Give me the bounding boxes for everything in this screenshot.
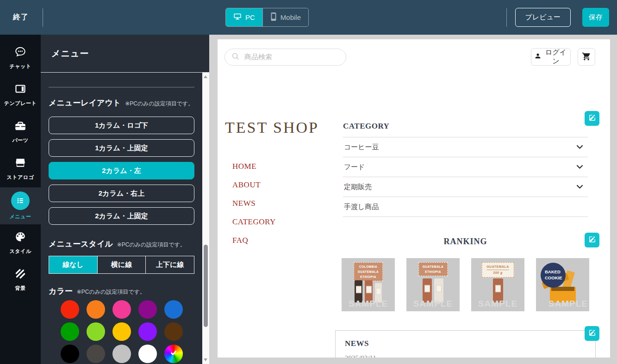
device-toggle-mobile[interactable]: Mobile (262, 8, 308, 26)
style-option-top-bottom-line[interactable]: 上下に線 (145, 256, 194, 273)
nav-link-home[interactable]: HOME (232, 157, 276, 176)
panel-scrollbar[interactable] (202, 73, 209, 364)
storefront-icon (14, 157, 26, 171)
edit-category-button[interactable] (585, 111, 599, 126)
color-swatch-lightgray[interactable] (112, 345, 131, 363)
style-option-no-line[interactable]: 線なし (49, 256, 97, 273)
menu-style-options: 線なし 横に線 上下に線 (49, 256, 194, 274)
category-row-label: コーヒー豆 (344, 143, 379, 152)
sidebar-item-label: ストアロゴ (7, 174, 34, 181)
shop-nav: HOME ABOUT NEWS CATEGORY FAQ (232, 157, 276, 250)
panel-body: メニューレイアウト ※PCのみの設定項目です。 1カラム・ロゴ下 1カラム・上固… (41, 73, 202, 364)
color-swatch-violet[interactable] (138, 322, 157, 341)
shop-logo[interactable]: TEST SHOP (225, 119, 319, 136)
layout-option-1col-fixed-top[interactable]: 1カラム・上固定 (49, 139, 194, 157)
color-swatch-pink[interactable] (112, 300, 131, 319)
scrollbar-thumb[interactable] (204, 245, 208, 327)
product-card-1[interactable]: COLOMBIA GUATEMALA ETHIOPIA SAMPLE (342, 258, 395, 311)
nav-link-faq[interactable]: FAQ (232, 231, 276, 250)
color-swatch-purple[interactable] (138, 300, 157, 319)
color-swatch-yellow[interactable] (112, 322, 131, 341)
sidebar-item-template[interactable]: テンプレート (0, 76, 41, 113)
sidebar-item-menu[interactable]: メニュー (0, 187, 41, 224)
chevron-down-icon (576, 143, 583, 151)
sidebar-item-background[interactable]: 背景 (0, 261, 41, 298)
color-section-header: カラー ※PCのみの設定項目です。 (49, 286, 194, 296)
sample-watermark: SAMPLE (342, 299, 395, 309)
color-swatch-blue[interactable] (164, 300, 183, 319)
chat-icon (14, 46, 26, 60)
sidebar-item-chat[interactable]: チャット (0, 39, 41, 76)
category-row-label: 手渡し商品 (344, 203, 379, 211)
edit-news-button[interactable] (585, 326, 599, 341)
nav-link-about[interactable]: ABOUT (232, 176, 276, 194)
category-row-label: フード (344, 163, 365, 172)
news-date: 2025/03/11 (345, 354, 586, 358)
product-card-3[interactable]: GUATEMALA 300 g SAMPLE (471, 258, 524, 311)
product-label: COLOMBIA GUATEMALA ETHIOPIA (354, 262, 383, 281)
menu-layout-options: 1カラム・ロゴ下 1カラム・上固定 2カラム・左 2カラム・右上 2カラム・上固… (49, 117, 194, 225)
color-swatch-darkgray[interactable] (87, 345, 105, 363)
person-icon (534, 52, 542, 62)
device-toggle: PC Mobile (225, 8, 309, 27)
toolbox-icon (14, 120, 26, 134)
cart-button[interactable] (578, 48, 595, 66)
top-bar: 終了 PC Mobile プレビュー 保存 (0, 0, 617, 35)
stripes-icon (14, 268, 26, 282)
search-input[interactable] (243, 53, 346, 62)
color-swatch-lime[interactable] (87, 322, 105, 341)
edit-ranking-button[interactable] (585, 233, 599, 247)
sidebar-item-store-logo[interactable]: ストアロゴ (0, 150, 41, 187)
layout-option-2col-left[interactable]: 2カラム・左 (49, 162, 194, 179)
scroll-up-icon[interactable] (204, 75, 207, 78)
product-card-2[interactable]: GUATEMALA ETHIOPIA SAMPLE (406, 258, 460, 311)
color-swatch-black[interactable] (61, 345, 79, 363)
nav-link-category[interactable]: CATEGORY (232, 213, 276, 231)
sample-watermark: SAMPLE (471, 299, 524, 309)
color-swatch-custom-selected[interactable] (164, 345, 183, 363)
layout-option-1col-logo-below[interactable]: 1カラム・ロゴ下 (49, 117, 194, 134)
category-row-hand-delivery[interactable]: 手渡し商品 (343, 197, 588, 217)
product-label: GUATEMALA 300 g (481, 262, 514, 278)
login-button[interactable]: ログイン (531, 48, 571, 66)
layout-option-2col-top-right[interactable]: 2カラム・右上 (49, 185, 194, 202)
preview-button[interactable]: プレビュー (515, 8, 571, 27)
sidebar-item-parts[interactable]: パーツ (0, 113, 41, 150)
pc-only-note: ※PCのみの設定項目です。 (77, 288, 145, 296)
topbar-divider (506, 8, 507, 27)
check-icon (170, 349, 177, 358)
style-option-horizontal-line[interactable]: 横に線 (97, 256, 146, 273)
sample-watermark: SAMPLE (406, 299, 460, 309)
ranking-heading: RANKING (342, 237, 589, 247)
edit-icon (588, 235, 596, 245)
sidebar-item-style[interactable]: スタイル (0, 224, 41, 261)
layout-option-2col-fixed-top[interactable]: 2カラム・上固定 (49, 207, 194, 225)
color-swatch-white[interactable] (138, 345, 157, 363)
scroll-down-icon[interactable] (204, 358, 207, 361)
category-row-food[interactable]: フード (343, 157, 588, 177)
product-card-4[interactable]: BAKED COOKIE SAMPLE (536, 258, 589, 311)
palette-icon (14, 231, 26, 245)
category-row-subscription[interactable]: 定期販売 (343, 177, 588, 197)
cart-icon (582, 52, 591, 62)
color-swatch-red[interactable] (61, 300, 79, 319)
category-row-label: 定期販売 (344, 183, 372, 191)
device-toggle-pc[interactable]: PC (226, 8, 262, 26)
color-swatch-grid (61, 300, 194, 363)
product-badge: BAKED COOKIE (541, 263, 566, 288)
nav-link-news[interactable]: NEWS (232, 194, 276, 213)
save-button[interactable]: 保存 (582, 8, 609, 27)
color-swatch-green[interactable] (61, 322, 79, 341)
color-heading: カラー (49, 286, 73, 296)
exit-button[interactable]: 終了 (10, 12, 31, 23)
category-row-coffee-beans[interactable]: コーヒー豆 (343, 137, 588, 157)
icon-sidebar: チャット テンプレート パーツ ストアロゴ メニュー スタイル 背景 (0, 35, 41, 364)
color-swatch-brown[interactable] (164, 322, 183, 341)
news-section: NEWS 2025/03/11 (335, 330, 596, 358)
menu-settings-panel: メニュー メニューレイアウト ※PCのみの設定項目です。 1カラム・ロゴ下 1カ… (41, 35, 209, 364)
category-list: コーヒー豆 フード 定期販売 手渡し商品 (343, 137, 588, 217)
menu-style-section-header: メニュースタイル ※PCのみの設定項目です。 (49, 239, 194, 249)
menu-icon (11, 191, 30, 210)
topbar-divider (43, 8, 43, 27)
color-swatch-orange[interactable] (87, 300, 105, 319)
